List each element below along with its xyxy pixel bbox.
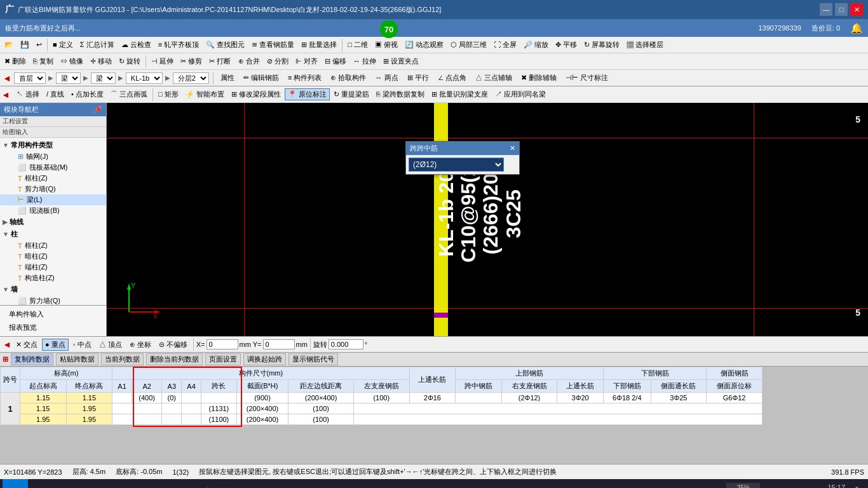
taskbar-app-ggj[interactable]: 广 广联达... <box>199 480 243 488</box>
sidebar-item-shear-wall[interactable]: T剪力墙(Q) <box>0 184 106 194</box>
arc-btn[interactable]: ⌒ 三点画弧 <box>107 88 151 100</box>
batch-select[interactable]: ⊞ 批量选择 <box>298 39 340 51</box>
popup-close-icon[interactable]: ✕ <box>510 144 515 152</box>
td-left-seat-1[interactable]: (100) <box>353 393 409 403</box>
view-top[interactable]: ▣ 俯视 <box>372 39 401 51</box>
offset-button[interactable]: ⊟ 偏移 <box>322 55 349 67</box>
edit-rebar-btn[interactable]: ✏ 编辑钢筋 <box>240 72 282 84</box>
sidebar-item-common-types[interactable]: ▼常用构件类型 <box>0 139 106 151</box>
taskbar-app-circle[interactable]: ● <box>353 480 368 488</box>
bell-icon[interactable]: 🔔 <box>850 22 863 34</box>
property-btn[interactable]: 属性 <box>217 72 238 84</box>
del-current-col-btn[interactable]: 删除当前列数据 <box>146 353 203 365</box>
clock-area[interactable]: 15:17 2018/8/23 <box>814 483 845 488</box>
dynamic-view[interactable]: 🔄 动态观察 <box>402 39 447 51</box>
td-section-1[interactable]: (900) <box>236 393 288 403</box>
select-btn[interactable]: ↖ 选择 <box>13 88 43 100</box>
sidebar-item-axis[interactable]: ⊞轴网(J) <box>0 151 106 162</box>
sidebar-dock-icon[interactable]: 📌 <box>93 105 102 114</box>
sidebar-item-col-group[interactable]: ▼柱 <box>0 228 106 240</box>
taskbar-app-folder[interactable]: 📁 <box>310 480 329 488</box>
sidebar-item-shear-wall2[interactable]: ⬜剪力墙(Q) <box>0 295 106 305</box>
taskbar-app-edge[interactable]: 🌐 <box>288 480 308 488</box>
td-span-len-3[interactable]: (1100) <box>201 414 236 425</box>
td-a4-1[interactable] <box>182 393 201 403</box>
td-left-dist-3[interactable]: (100) <box>288 414 354 425</box>
mirror-button[interactable]: ⇔ 镜像 <box>57 55 86 67</box>
td-bot-rebar-1[interactable]: 3Φ20 <box>557 393 604 403</box>
sidebar-item-slab[interactable]: ⬜现浇板(B) <box>0 205 106 216</box>
modify-seg-btn[interactable]: ⊞ 修改梁段属性 <box>228 88 284 100</box>
snap-intersection[interactable]: ✕ 交点 <box>13 339 41 351</box>
point-length-btn[interactable]: • 点加长度 <box>68 88 107 100</box>
td-span-len-2[interactable]: (1131) <box>201 403 236 414</box>
td-end-h2[interactable]: 1.95 <box>66 403 112 414</box>
taskbar-app-upload[interactable]: 📤 <box>389 480 408 488</box>
split-button[interactable]: ⊘ 分割 <box>264 55 292 67</box>
two-point-btn[interactable]: ↔ 两点 <box>372 72 401 84</box>
snap-midpoint[interactable]: ◦ 中点 <box>70 339 95 351</box>
td-rest-3[interactable] <box>353 414 762 425</box>
y-input[interactable] <box>263 339 295 349</box>
table-row-1a[interactable]: 1 1.15 1.15 (400) (0) (900) (200×400) (1… <box>1 393 763 403</box>
copy-button[interactable]: ⎘ 复制 <box>30 55 57 67</box>
open-button[interactable]: 📂 <box>1 39 17 50</box>
td-a3-2[interactable] <box>162 403 182 414</box>
sidebar-item-axis-group[interactable]: ▶轴线 <box>0 216 106 228</box>
sidebar-item-dark-col[interactable]: T暗柱(Z) <box>0 251 106 262</box>
snap-no-offset[interactable]: ⊝ 不偏移 <box>156 339 191 351</box>
td-span-len-1[interactable] <box>201 393 236 403</box>
paste-span-data-btn[interactable]: 粘贴跨数据 <box>56 353 98 365</box>
code-select[interactable]: KL-1b <box>126 72 163 84</box>
table-row-1c[interactable]: 1.95 1.95 (1100) (200×400) (100) <box>1 414 763 425</box>
td-a12-3[interactable] <box>112 414 162 425</box>
td-side-ext-1[interactable]: G6Φ12 <box>707 393 763 403</box>
current-col-btn[interactable]: 当前列数据 <box>101 353 144 365</box>
rect-btn[interactable]: □ 矩形 <box>155 88 182 100</box>
td-left-dist-2[interactable]: (100) <box>288 403 354 414</box>
x-input[interactable] <box>207 339 238 349</box>
td-start-h2[interactable]: 1.15 <box>20 403 67 414</box>
maximize-button[interactable]: □ <box>835 3 848 16</box>
define-button[interactable]: ■ 定义 <box>50 39 76 51</box>
save-button[interactable]: 💾 <box>17 39 32 50</box>
view-rebar[interactable]: ≋ 查看钢筋量 <box>248 39 297 51</box>
re-extract-btn[interactable]: ↻ 重提梁筋 <box>330 88 372 100</box>
check-button[interactable]: ☁ 云检查 <box>118 39 154 51</box>
copy-span-data-btn[interactable]: 复制跨数据 <box>11 353 53 365</box>
delete-button[interactable]: ✖ 删除 <box>1 55 29 67</box>
move-button[interactable]: ✛ 移动 <box>87 55 115 67</box>
apply-same-btn[interactable]: ↗ 应用到同名梁 <box>492 88 549 100</box>
popup-input-select[interactable]: (2Ø12) <box>409 158 504 172</box>
del-axis-btn[interactable]: ✖ 删除辅轴 <box>518 72 560 84</box>
td-a3-1[interactable]: (0) <box>162 393 182 403</box>
sidebar-item-end-col[interactable]: T端柱(Z) <box>0 262 106 273</box>
td-rest-2[interactable] <box>353 403 762 414</box>
layer-select[interactable]: 分层2 <box>173 72 209 84</box>
td-a1-1[interactable] <box>112 393 132 403</box>
snap-coord[interactable]: ⊕ 坐标 <box>126 339 154 351</box>
swap-start-btn[interactable]: 调换起始跨 <box>243 353 286 365</box>
taskbar-cortana[interactable]: ⊙ <box>180 480 196 488</box>
pick-component-btn[interactable]: ⊕ 拾取构件 <box>327 72 369 84</box>
taskbar-app-ie[interactable]: 🌐 <box>245 480 264 488</box>
taskbar-app-chrome[interactable]: 🌐 <box>267 480 286 488</box>
subtype-select[interactable]: 梁 <box>91 72 116 84</box>
snap-endpoint[interactable]: ● 重点 <box>42 339 69 351</box>
parallel-btn[interactable]: ⊞ 平行 <box>404 72 432 84</box>
td-a4-3[interactable] <box>182 414 201 425</box>
start-button[interactable]: ⊞ <box>3 479 28 488</box>
td-start-h1[interactable]: 1.15 <box>20 393 67 403</box>
partial-3d[interactable]: ⬡ 局部三维 <box>447 39 490 51</box>
find-element[interactable]: 🔍 查找图元 <box>203 39 248 51</box>
td-left-dist-1[interactable]: (200×400) <box>288 393 354 403</box>
fullscreen[interactable]: ⛶ 全屏 <box>491 39 520 51</box>
td-section-3[interactable]: (200×400) <box>236 414 288 425</box>
2d-button[interactable]: □ 二维 <box>344 39 371 51</box>
close-button[interactable]: ✕ <box>850 3 863 16</box>
angle-btn[interactable]: ∠ 点点角 <box>435 72 470 84</box>
td-a3-3[interactable] <box>162 414 182 425</box>
break-button[interactable]: ✂ 打断 <box>206 55 234 67</box>
window-controls[interactable]: — □ ✕ <box>820 3 863 16</box>
zoom-button[interactable]: 🔎 缩放 <box>520 39 552 51</box>
